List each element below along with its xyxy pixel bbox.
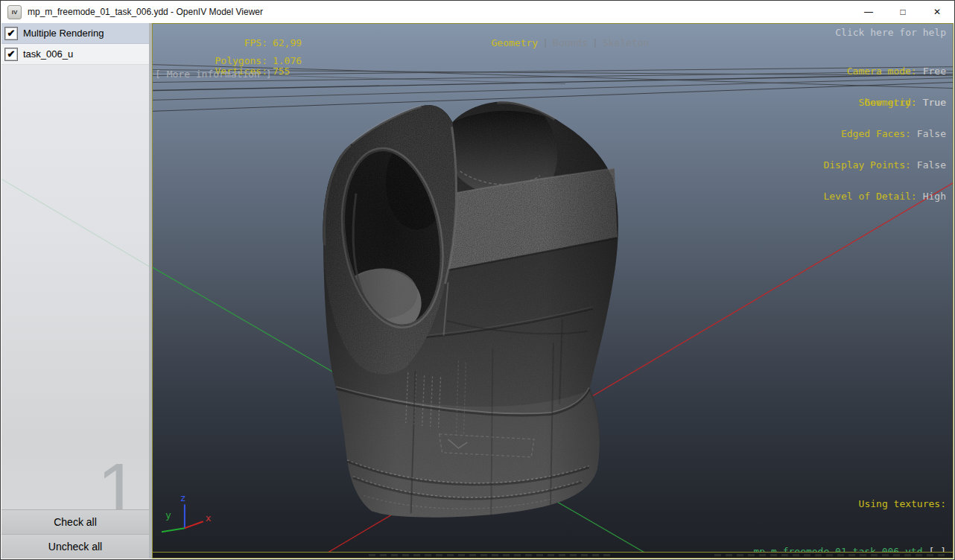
gizmo-y-label: y [165, 509, 171, 521]
openiv-model-viewer-window: IV mp_m_freemode_01_task_006.ydd - OpenI… [0, 0, 955, 560]
model-list-sidebar: ✔ Multiple Rendering ✔ task_006_u 1 Chec… [1, 23, 152, 559]
textures-panel: Using textures: mp_m_freemode_01_task_00… [707, 477, 946, 559]
level-of-detail-label: Level of Detail: [823, 191, 916, 202]
model-item-label: task_006_u [23, 48, 73, 60]
minimize-button[interactable]: — [851, 1, 886, 23]
model-vest[interactable] [323, 101, 618, 517]
tab-bounds[interactable]: Bounds [553, 37, 588, 48]
maximize-button[interactable]: □ [886, 1, 920, 23]
render-settings: Geometry:True Edged Faces:False Display … [823, 77, 946, 223]
vertices-value: 755 [273, 66, 290, 77]
edged-faces-label: Edged Faces: [841, 128, 911, 139]
multiple-rendering-row[interactable]: ✔ Multiple Rendering [1, 23, 152, 44]
3d-viewport-canvas[interactable]: z x y FPS:62,99 Polygons:1.076 Vertices:… [152, 23, 954, 559]
model-item-row[interactable]: ✔ task_006_u [1, 44, 152, 65]
axis-gizmo: z x y [162, 492, 212, 532]
titlebar: IV mp_m_freemode_01_task_006.ydd - OpenI… [1, 1, 954, 23]
display-points-value: False [917, 159, 946, 171]
tab-separator: | [592, 37, 598, 48]
help-link[interactable]: Click here for help [835, 28, 946, 38]
check-all-button[interactable]: Check all [1, 509, 149, 534]
geometry-value: True [923, 97, 946, 108]
edged-faces-value: False [917, 128, 946, 139]
render-mode-tabs: Geometry|Bounds|Skeleton [153, 28, 953, 59]
tab-separator: | [542, 37, 548, 48]
gizmo-z-label: z [180, 492, 186, 503]
clipped-status-strip [153, 552, 953, 558]
window-title: mp_m_freemode_01_task_006.ydd - OpenIV M… [28, 7, 263, 17]
sidebar-buttons: Check all Uncheck all [1, 509, 149, 559]
level-of-detail-value: High [923, 191, 946, 202]
camera-mode-value: Free [923, 66, 946, 77]
geometry-label: Geometry: [864, 97, 916, 108]
close-button[interactable]: ✕ [920, 1, 954, 23]
model-item-checkbox-checked-icon[interactable]: ✔ [4, 48, 18, 61]
window-controls: — □ ✕ [851, 1, 954, 23]
display-points-label: Display Points: [823, 159, 910, 171]
multiple-rendering-label: Multiple Rendering [23, 28, 104, 39]
multiple-rendering-checkbox-checked-icon[interactable]: ✔ [4, 27, 18, 40]
tab-skeleton[interactable]: Skeleton [603, 37, 650, 48]
using-textures-header: Using textures: [707, 497, 946, 511]
camera-mode-label: Camera mode: [847, 66, 917, 77]
uncheck-all-button[interactable]: Uncheck all [1, 534, 149, 559]
tab-geometry[interactable]: Geometry [492, 37, 539, 48]
more-information-link[interactable]: [ More information ] [155, 69, 272, 80]
openiv-app-icon: IV [7, 5, 22, 19]
gizmo-x-label: x [206, 512, 212, 524]
